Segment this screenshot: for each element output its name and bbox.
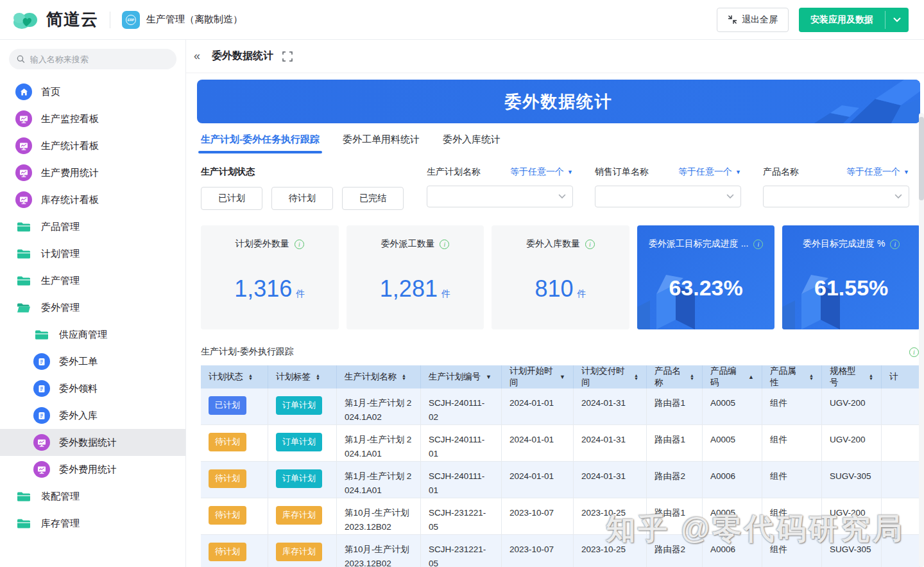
cell-tag: 库存计划: [268, 498, 337, 535]
sidebar: 首页 生产监控看板 生产统计看板 生产费用统计 库存统计看板: [0, 40, 186, 567]
filter-sales-order-select[interactable]: [595, 186, 741, 207]
content-scrollbar[interactable]: [919, 113, 924, 567]
filter-plan-name-operator[interactable]: 等于任意一个▼: [510, 166, 573, 178]
chevron-down-icon: [893, 17, 901, 22]
fullscreen-icon[interactable]: [282, 51, 293, 62]
folder-open-icon: [15, 302, 32, 313]
col-header-deliver-date[interactable]: 计划交付时间▲▼: [574, 365, 647, 388]
filter-product-name-label: 产品名称: [763, 166, 799, 178]
sidebar-item-outsourcing-data-stats[interactable]: 委外数据统计: [0, 429, 185, 456]
status-button-finished[interactable]: 已完结: [342, 187, 404, 210]
col-header-plan-no[interactable]: 生产计划编号▼: [421, 365, 502, 388]
stat-cards: 计划委外数量i 1,316件 委外派工数量i 1,281件 委外入库数量i 81…: [201, 225, 920, 329]
sort-desc-icon[interactable]: ▼: [486, 374, 492, 380]
tag-badge: 订单计划: [276, 433, 322, 451]
sidebar-item-home[interactable]: 首页: [0, 78, 185, 105]
col-header-product-name[interactable]: 产品名称▲▼: [647, 365, 703, 388]
col-header-product-code[interactable]: 产品编码▲: [703, 365, 762, 388]
tag-badge: 库存计划: [276, 506, 322, 525]
sort-icon[interactable]: ▲▼: [690, 374, 694, 380]
col-header-plan-name[interactable]: 生产计划名称▲▼: [337, 365, 421, 388]
cell-deliver: 2024-01-31: [574, 462, 647, 498]
col-header-product-attr[interactable]: 产品属性▲▼: [762, 365, 822, 388]
cell-code: A0005: [703, 425, 762, 462]
cell-plan-no: SCJH-240111-02: [421, 388, 502, 425]
sidebar-search[interactable]: [9, 49, 176, 69]
stat-card-inbound-qty: 委外入库数量i 810件: [492, 225, 629, 329]
scrollbar-thumb[interactable]: [919, 117, 924, 200]
exit-fullscreen-icon: [728, 15, 737, 24]
sidebar-item-outsourcing-inbound[interactable]: 委外入库: [0, 402, 185, 429]
chevron-down-icon: [894, 194, 902, 199]
col-header-plan-status[interactable]: 计划状态▲▼: [201, 365, 268, 388]
sort-icon[interactable]: ▲▼: [809, 374, 814, 380]
cell-code: A0005: [703, 388, 762, 425]
stat-card-target-progress: 委外目标完成进度 %i 61.55%: [782, 225, 920, 329]
banner-cube-decoration: [753, 80, 920, 123]
filter-product-name-operator[interactable]: 等于任意一个▼: [846, 166, 909, 178]
cell-product: 路由器1: [647, 498, 703, 535]
app-name: 生产管理（离散制造）: [146, 13, 243, 26]
filter-plan-name-select[interactable]: [427, 186, 573, 207]
tab-plan-outsourcing-tracking[interactable]: 生产计划-委外任务执行跟踪: [201, 134, 320, 153]
sort-icon[interactable]: ▲▼: [316, 374, 320, 380]
status-button-pending[interactable]: 待计划: [271, 187, 333, 210]
cell-status: 待计划: [201, 462, 268, 498]
col-header-plan-tag[interactable]: 计划标签▲▼: [268, 365, 337, 388]
col-header-cut[interactable]: 计: [882, 365, 920, 388]
sidebar-item-outsourcing-cost-stats[interactable]: 委外费用统计: [0, 456, 185, 483]
sort-icon[interactable]: ▲▼: [634, 374, 638, 380]
tab-inbound-stats[interactable]: 委外入库统计: [443, 134, 501, 153]
sidebar-item-outsourcing-material[interactable]: 委外领料: [0, 375, 185, 402]
logo[interactable]: 简道云: [13, 8, 98, 31]
collapse-sidebar-icon[interactable]: «: [191, 48, 203, 64]
folder-icon: [15, 249, 32, 259]
info-icon[interactable]: i: [440, 240, 449, 249]
col-header-start-date[interactable]: 计划开始时间▼: [502, 365, 574, 388]
install-app-button[interactable]: 安装应用及数据: [799, 8, 909, 32]
sidebar-item-production-monitor[interactable]: 生产监控看板: [0, 105, 185, 132]
sort-asc-icon[interactable]: ▲: [748, 374, 754, 380]
sidebar-item-production-stats[interactable]: 生产统计看板: [0, 132, 185, 159]
sort-icon[interactable]: ▲▼: [869, 374, 873, 380]
info-icon[interactable]: i: [909, 347, 919, 357]
app-icon[interactable]: ERP: [122, 11, 140, 29]
cell-status: 待计划: [201, 425, 268, 462]
cell-model: SUGV-305: [822, 535, 882, 567]
exit-fullscreen-button[interactable]: 退出全屏: [717, 8, 789, 32]
filter-sales-order-label: 销售订单名称: [595, 166, 649, 178]
sort-icon[interactable]: ▲▼: [248, 374, 253, 380]
sidebar-item-production-mgmt[interactable]: 生产管理: [0, 267, 185, 294]
sidebar-item-inventory-mgmt[interactable]: 库存管理: [0, 510, 185, 537]
sidebar-item-supplier-mgmt[interactable]: 供应商管理: [0, 321, 185, 348]
search-input[interactable]: [30, 55, 169, 64]
sort-desc-icon[interactable]: ▼: [560, 374, 565, 380]
sidebar-item-outsourcing-workorder[interactable]: 委外工单: [0, 348, 185, 375]
install-dropdown-caret[interactable]: [885, 11, 909, 29]
info-icon[interactable]: i: [585, 240, 595, 249]
sidebar-item-plan-mgmt[interactable]: 计划管理: [0, 240, 185, 267]
cell-tag: 订单计划: [268, 425, 337, 462]
sidebar-item-outsourcing-mgmt[interactable]: 委外管理: [0, 294, 185, 321]
col-header-spec-model[interactable]: 规格型号▲▼: [822, 365, 882, 388]
info-icon[interactable]: i: [295, 240, 304, 249]
status-badge: 已计划: [209, 396, 246, 415]
info-icon[interactable]: i: [890, 240, 900, 249]
filter-sales-order-operator[interactable]: 等于任意一个▼: [678, 166, 741, 178]
cell-code: A0006: [703, 535, 762, 567]
sidebar-item-product-mgmt[interactable]: 产品管理: [0, 213, 185, 240]
filter-product-name-select[interactable]: [763, 186, 909, 207]
sidebar-item-production-cost[interactable]: 生产费用统计: [0, 159, 185, 186]
tab-workorder-material-stats[interactable]: 委外工单用料统计: [343, 134, 420, 153]
status-badge: 待计划: [209, 469, 246, 488]
tag-badge: 订单计划: [276, 396, 322, 415]
tag-badge: 库存计划: [276, 543, 322, 561]
cell-product: 路由器1: [647, 388, 703, 425]
status-button-planned[interactable]: 已计划: [201, 187, 262, 210]
search-icon: [17, 55, 25, 64]
info-icon[interactable]: i: [753, 240, 763, 249]
cell-plan-no: SCJH-231221-05: [421, 535, 502, 567]
sidebar-item-inventory-stats[interactable]: 库存统计看板: [0, 186, 185, 213]
sort-icon[interactable]: ▲▼: [402, 374, 406, 380]
sidebar-item-assembly-mgmt[interactable]: 装配管理: [0, 483, 185, 510]
